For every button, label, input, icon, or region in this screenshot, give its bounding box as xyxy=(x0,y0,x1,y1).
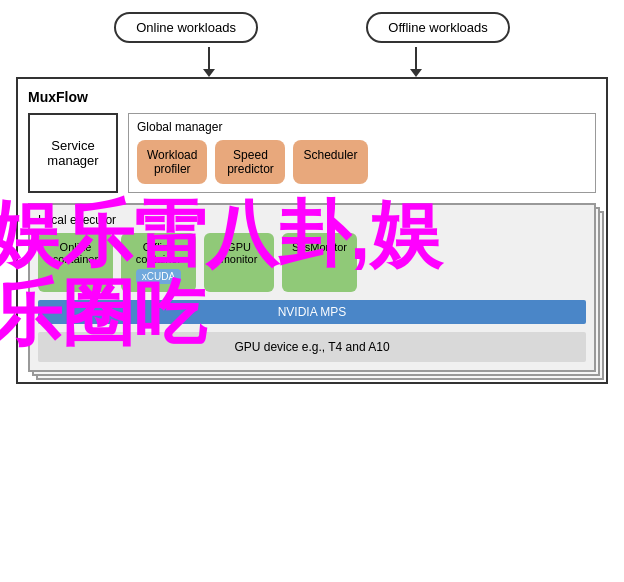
workload-profiler-box: Workloadprofiler xyxy=(137,140,207,184)
muxflow-container: MuxFlow Servicemanager Global manager Wo… xyxy=(16,77,608,384)
online-container-box: Onlinecontainer xyxy=(38,233,113,292)
muxflow-label: MuxFlow xyxy=(28,89,596,105)
nvidia-mps-bar: NVIDIA MPS xyxy=(38,300,586,324)
gpu-device-box: GPU device e.g., T4 and A10 xyxy=(38,332,586,362)
global-manager-section: Global manager Workloadprofiler Speedpre… xyxy=(128,113,596,193)
service-manager-label: Servicemanager xyxy=(47,138,98,168)
sysmonitor-box: SysMonitor xyxy=(282,233,357,292)
local-executor-box: Local executor Onlinecontainer Offlineco… xyxy=(28,203,596,372)
local-executor-label: Local executor xyxy=(38,213,586,227)
global-manager-items: Workloadprofiler Speedpredictor Schedule… xyxy=(137,140,587,184)
executors-stack: Local executor Onlinecontainer Offlineco… xyxy=(28,203,596,372)
service-manager-box: Servicemanager xyxy=(28,113,118,193)
arrow-offline xyxy=(410,47,422,77)
arrow-online xyxy=(203,47,215,77)
scheduler-box: Scheduler xyxy=(293,140,367,184)
offline-container-box: Offlinecontainer xCUDA xyxy=(121,233,196,292)
online-workloads-pill: Online workloads xyxy=(114,12,258,43)
speed-predictor-box: Speedpredictor xyxy=(215,140,285,184)
executor-content-row: Onlinecontainer Offlinecontainer xCUDA G… xyxy=(38,233,586,292)
xcuda-badge: xCUDA xyxy=(136,269,181,284)
gpu-monitor-box: GPUmonitor xyxy=(204,233,274,292)
offline-workloads-pill: Offline workloads xyxy=(366,12,509,43)
global-manager-label: Global manager xyxy=(137,120,587,134)
